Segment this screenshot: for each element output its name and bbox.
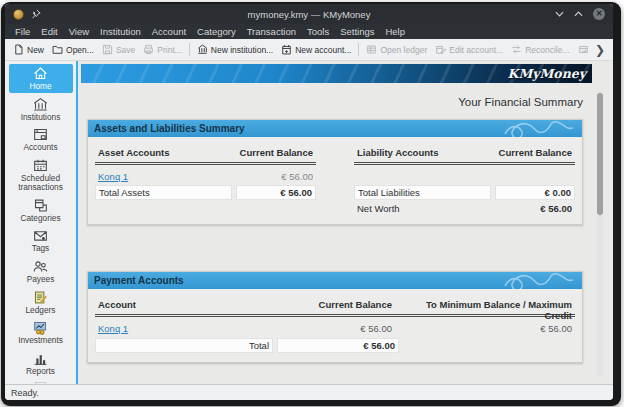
new-account-button[interactable]: New account... [277,42,355,57]
edit-account-button[interactable]: Edit account... [431,42,507,57]
accounts-icon [32,127,49,142]
menu-tools[interactable]: Tools [307,26,329,37]
col-min-balance-max-credit: To Minimum Balance / Maximum Credit [395,298,575,322]
payment-accounts-table: Account Current Balance To Minimum Balan… [88,289,582,362]
new-institution-button[interactable]: New institution... [193,42,277,57]
sidebar-item-ledgers[interactable]: Ledgers [9,288,73,317]
payment-balance-value: € 56.00 [273,322,395,335]
liability-accounts-table: Liability Accounts Current Balance Total… [354,146,575,216]
menu-edit[interactable]: Edit [41,26,57,37]
menu-settings[interactable]: Settings [340,26,374,37]
menu-help[interactable]: Help [385,26,405,37]
new-account-icon [281,44,292,55]
kmymoney-banner: KMyMoney [81,64,592,83]
ledger-grid-icon [366,44,377,55]
print-button[interactable]: Print... [139,42,186,57]
assets-liabilities-header: Assets and Liabilities Summary [88,120,582,137]
home-view: KMyMoney Your Financial Summary Assets a… [78,61,613,384]
maximize-button[interactable] [574,11,583,17]
statusbar: Ready. [5,384,613,400]
open-ledger-button[interactable]: Open ledger [362,42,431,57]
menu-account[interactable]: Account [152,26,186,37]
table-row: Total € 56.00 [95,337,575,354]
view-sidebar: Home Institutions Accounts Scheduled tra… [5,61,78,384]
credit-transfer-icon [578,44,589,55]
table-row: Total Liabilities € 0.00 [354,184,575,200]
sidebar-item-home[interactable]: Home [9,64,73,93]
payments-total-value: € 56.00 [277,338,399,353]
close-button[interactable]: ✕ [593,8,605,20]
status-text: Ready. [11,388,39,398]
vertical-scrollbar[interactable] [597,91,603,376]
net-worth-value: € 56.00 [495,202,575,215]
asset-accounts-table: Asset Accounts Current Balance Konq 1 € … [95,146,316,216]
sidebar-item-payees[interactable]: Payees [9,257,73,286]
sidebar-item-reports[interactable]: Reports [9,349,73,378]
total-liabilities-value: € 0.00 [495,185,575,200]
reports-icon [32,351,49,366]
toolbar-overflow-chevron-icon[interactable]: ❯ [591,44,609,56]
tags-icon [32,228,49,243]
minimize-button[interactable] [555,11,564,17]
titlebar: mymoney.kmy — KMyMoney ✕ [5,4,613,24]
menubar: File Edit View Institution Account Categ… [5,24,613,39]
save-button[interactable]: Save [98,42,139,57]
investments-icon [32,320,49,335]
pin-icon[interactable] [31,9,41,19]
total-assets-value: € 56.00 [236,185,316,200]
reconcile-button[interactable]: Reconcile... [507,42,573,57]
assets-liabilities-section: Assets and Liabilities Summary Asset Acc… [87,119,583,225]
col-asset-accounts: Asset Accounts [95,146,236,159]
net-worth-label: Net Worth [354,202,495,215]
toolbar-separator [358,43,359,56]
col-liability-accounts: Liability Accounts [354,146,495,159]
col-current-balance: Current Balance [495,146,575,159]
menu-view[interactable]: View [69,26,89,37]
print-icon [143,44,154,55]
flourish-decoration [500,120,580,137]
table-row: Total Assets € 56.00 [95,184,316,200]
menu-file[interactable]: File [15,26,30,37]
account-link-konq1[interactable]: Konq 1 [98,323,128,334]
menu-transaction[interactable]: Transaction [247,26,296,37]
payment-minmax-value: € 56.00 [395,322,575,335]
new-document-icon [13,44,24,55]
kmymoney-app-icon [13,9,24,20]
payees-icon [32,259,49,274]
sidebar-item-investments[interactable]: Investments [9,318,73,347]
home-icon [32,66,49,81]
toolbar-separator [189,43,190,56]
window-title: mymoney.kmy — KMyMoney [5,9,613,20]
reconcile-icon [511,44,522,55]
sidebar-item-accounts[interactable]: Accounts [9,125,73,154]
sidebar-item-scheduled-transactions[interactable]: Scheduled transactions [9,156,73,193]
col-current-balance: Current Balance [236,146,316,159]
kmymoney-logo: KMyMoney [508,66,586,81]
total-assets-label: Total Assets [95,185,232,200]
app-window: mymoney.kmy — KMyMoney ✕ File Edit View … [1,2,621,406]
table-row: Net Worth € 56.00 [354,200,575,216]
sidebar-item-partial[interactable] [9,380,73,384]
sidebar-item-institutions[interactable]: Institutions [9,95,73,124]
sidebar-item-categories[interactable]: Categories [9,196,73,225]
total-liabilities-label: Total Liabilities [354,185,491,200]
table-row: Konq 1 € 56.00 [95,168,316,184]
toolbar: New Open... Save Print... New institutio… [5,39,613,61]
edit-account-icon [435,44,446,55]
bank-icon [197,44,208,55]
new-button[interactable]: New [9,42,48,57]
scrollbar-thumb[interactable] [597,93,603,215]
menu-category[interactable]: Category [197,26,236,37]
page-title: Your Financial Summary [87,96,583,108]
account-link-konq1[interactable]: Konq 1 [98,171,128,182]
asset-balance-value: € 56.00 [236,170,316,183]
categories-icon [32,198,49,213]
open-folder-icon [52,44,63,55]
sidebar-item-tags[interactable]: Tags [9,226,73,255]
institutions-icon [32,97,49,112]
payments-total-label: Total [95,338,273,353]
open-button[interactable]: Open... [48,42,98,57]
menu-institution[interactable]: Institution [100,26,141,37]
payment-accounts-header: Payment Accounts [88,272,582,289]
new-credit-transfer-button[interactable]: New credit transfer [574,42,591,57]
